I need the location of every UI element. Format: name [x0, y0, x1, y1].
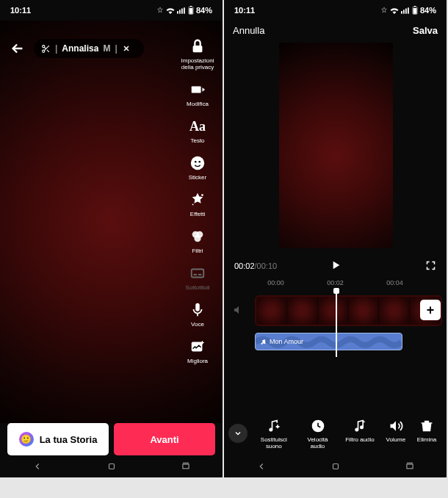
svg-point-15: [192, 204, 194, 206]
svg-point-33: [261, 342, 263, 344]
tool-text[interactable]: Aa Testo: [188, 117, 207, 144]
svg-rect-32: [414, 6, 416, 7]
tool-volume[interactable]: Volume: [386, 418, 405, 450]
save-button[interactable]: Salva: [413, 25, 438, 36]
audio-clip-name: Mon Amour: [270, 338, 303, 345]
svg-rect-25: [182, 464, 188, 469]
tool-audio-filter[interactable]: Filtro audio: [345, 418, 375, 450]
svg-point-11: [191, 156, 204, 170]
status-right: 84%: [380, 6, 436, 15]
svg-rect-31: [413, 8, 417, 14]
svg-rect-39: [333, 464, 338, 469]
status-time: 10:11: [10, 6, 31, 15]
replace-sound-icon: [266, 418, 282, 434]
sticker-icon: [188, 154, 207, 173]
audio-track[interactable]: Mon Amour: [255, 333, 402, 350]
status-bar: 10:11 84%: [0, 0, 223, 21]
status-battery: 84%: [420, 6, 436, 15]
nav-recent-icon[interactable]: [181, 461, 191, 472]
svg-rect-21: [198, 274, 202, 275]
mute-icon[interactable]: [233, 304, 245, 319]
svg-point-38: [360, 425, 364, 429]
close-icon[interactable]: [122, 44, 131, 53]
next-label: Avanti: [150, 434, 178, 445]
status-battery: 84%: [196, 6, 212, 15]
text-icon: Aa: [188, 117, 207, 136]
playhead[interactable]: [336, 291, 337, 357]
video-preview[interactable]: [279, 43, 393, 248]
nav-back-icon[interactable]: [256, 461, 267, 472]
svg-rect-10: [192, 86, 201, 93]
tool-filters[interactable]: Filtri: [188, 227, 207, 254]
fullscreen-button[interactable]: [425, 260, 436, 273]
timeline[interactable]: + Mon Amour: [224, 292, 447, 380]
video-track[interactable]: [255, 295, 442, 326]
tool-delete[interactable]: Elimina: [417, 418, 436, 450]
svg-rect-26: [401, 11, 402, 14]
svg-point-8: [43, 50, 45, 52]
tool-privacy[interactable]: Impostazioni della privacy: [177, 37, 218, 71]
tool-voice[interactable]: Voce: [188, 300, 207, 328]
audio-filter-icon: [352, 418, 368, 434]
volume-icon: [388, 418, 404, 434]
svg-point-14: [201, 194, 203, 196]
svg-rect-27: [403, 10, 405, 13]
system-nav-bar: [0, 455, 223, 477]
screen-post-edit: 10:11 84% | Annalisa M |: [0, 0, 223, 477]
tool-audio-speed[interactable]: Velocità audio: [302, 418, 334, 450]
svg-point-37: [355, 427, 358, 431]
add-clip-button[interactable]: +: [420, 300, 441, 320]
filters-icon: [188, 227, 207, 246]
svg-rect-5: [189, 8, 193, 14]
next-button[interactable]: Avanti: [114, 423, 215, 455]
your-story-button[interactable]: 🙂 La tua Storia: [7, 423, 109, 455]
tool-subtitles[interactable]: Sottotitoli: [186, 264, 210, 291]
system-nav-bar: [224, 455, 447, 477]
svg-rect-19: [192, 270, 204, 278]
time-current: 00:02: [234, 261, 255, 270]
tool-enhance[interactable]: Migliora: [187, 337, 208, 364]
back-button[interactable]: [7, 38, 28, 59]
status-bar: 10:11 84%: [224, 0, 447, 21]
tool-effects[interactable]: Effetti: [188, 190, 207, 217]
music-note-icon: [260, 339, 267, 345]
mic-icon: [188, 300, 207, 320]
svg-rect-22: [195, 303, 200, 311]
svg-rect-24: [109, 464, 114, 469]
effects-icon: [188, 190, 207, 209]
svg-point-12: [195, 161, 197, 163]
music-title: Annalisa: [62, 43, 98, 54]
svg-rect-20: [194, 274, 198, 275]
svg-rect-28: [405, 8, 407, 13]
tool-replace-sound[interactable]: Sostituisci suono: [258, 418, 290, 450]
svg-point-13: [198, 161, 200, 163]
nav-recent-icon[interactable]: [405, 461, 415, 472]
speed-icon: [310, 418, 326, 434]
svg-rect-1: [179, 10, 181, 13]
nav-home-icon[interactable]: [106, 461, 117, 472]
cancel-button[interactable]: Annulla: [233, 25, 264, 36]
bottom-toolbar: Sostituisci suono Velocità audio Filtro …: [224, 413, 447, 454]
nav-back-icon[interactable]: [32, 461, 43, 472]
lock-icon: [188, 37, 207, 56]
svg-rect-29: [408, 7, 409, 13]
music-pill[interactable]: | Annalisa M |: [34, 39, 144, 58]
play-button[interactable]: [330, 259, 342, 273]
tool-sticker[interactable]: Sticker: [188, 154, 207, 181]
tool-edit[interactable]: Modifica: [187, 80, 209, 107]
svg-point-7: [43, 45, 45, 47]
svg-rect-40: [406, 464, 412, 469]
scissors-icon: [41, 44, 51, 54]
svg-rect-0: [177, 11, 178, 14]
enhance-icon: [188, 337, 207, 356]
your-story-label: La tua Storia: [40, 434, 98, 445]
collapse-button[interactable]: [228, 424, 248, 443]
trash-icon: [419, 418, 435, 434]
svg-rect-3: [184, 7, 185, 13]
svg-point-35: [269, 427, 272, 431]
nav-home-icon[interactable]: [330, 461, 341, 472]
svg-point-34: [264, 342, 265, 343]
status-right: 84%: [156, 6, 212, 15]
status-time: 10:11: [234, 6, 255, 15]
subtitles-icon: [188, 264, 207, 283]
